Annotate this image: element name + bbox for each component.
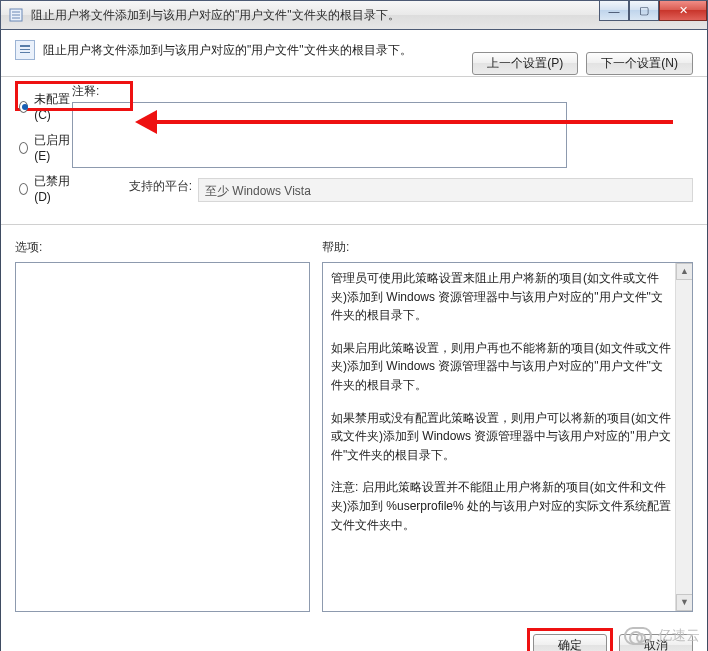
help-panel: 管理员可使用此策略设置来阻止用户将新的项目(如文件或文件夹)添加到 Window…	[322, 262, 693, 612]
previous-setting-button[interactable]: 上一个设置(P)	[472, 52, 578, 75]
titlebar: 阻止用户将文件添加到与该用户对应的"用户文件"文件夹的根目录下。 — ▢ ✕	[0, 0, 708, 30]
comment-area: 注释: 支持的平台: 至少 Windows Vista	[72, 83, 693, 214]
comment-label: 注释:	[72, 83, 99, 100]
help-paragraph: 注意: 启用此策略设置并不能阻止用户将新的项目(如文件和文件夹)添加到 %use…	[331, 478, 674, 534]
help-paragraph: 如果启用此策略设置，则用户再也不能将新的项目(如文件或文件夹)添加到 Windo…	[331, 339, 674, 395]
help-paragraph: 如果禁用或没有配置此策略设置，则用户可以将新的项目(如文件或文件夹)添加到 Wi…	[331, 409, 674, 465]
help-column-label: 帮助:	[322, 239, 693, 256]
page-title: 阻止用户将文件添加到与该用户对应的"用户文件"文件夹的根目录下。	[43, 40, 412, 59]
maximize-button[interactable]: ▢	[629, 1, 659, 21]
radio-disabled[interactable]: 已禁用(D)	[19, 173, 72, 204]
platform-label: 支持的平台:	[128, 178, 198, 202]
policy-page-icon	[15, 40, 35, 60]
window-title: 阻止用户将文件添加到与该用户对应的"用户文件"文件夹的根目录下。	[31, 7, 400, 24]
window-controls: — ▢ ✕	[599, 1, 707, 23]
platform-row: 支持的平台: 至少 Windows Vista	[72, 178, 693, 202]
footer: 确定 取消	[1, 626, 707, 651]
scroll-down-icon[interactable]: ▼	[676, 594, 693, 611]
settings-section: 未配置(C) 已启用(E) 已禁用(D) 注释: 支持的平台: 至少 Windo…	[1, 77, 707, 225]
header-row: 阻止用户将文件添加到与该用户对应的"用户文件"文件夹的根目录下。 上一个设置(P…	[1, 30, 707, 77]
close-button[interactable]: ✕	[659, 1, 707, 21]
radio-indicator	[19, 101, 28, 113]
watermark-text: 亿速云	[658, 627, 700, 645]
ok-button[interactable]: 确定	[533, 634, 607, 651]
watermark-logo-icon	[624, 627, 652, 645]
watermark: 亿速云	[624, 627, 700, 645]
scroll-up-icon[interactable]: ▲	[676, 263, 693, 280]
options-panel	[15, 262, 310, 612]
next-setting-button[interactable]: 下一个设置(N)	[586, 52, 693, 75]
supported-platform-field: 至少 Windows Vista	[198, 178, 693, 202]
help-paragraph: 管理员可使用此策略设置来阻止用户将新的项目(如文件或文件夹)添加到 Window…	[331, 269, 674, 325]
radio-indicator	[19, 142, 28, 154]
body-columns: 选项: 帮助: 管理员可使用此策略设置来阻止用户将新的项目(如文件或文件夹)添加…	[1, 225, 707, 626]
comment-textarea[interactable]	[72, 102, 567, 168]
options-column-label: 选项:	[15, 239, 310, 256]
help-scrollbar[interactable]: ▲ ▼	[675, 263, 692, 611]
state-options: 未配置(C) 已启用(E) 已禁用(D)	[15, 83, 72, 214]
radio-not-configured[interactable]: 未配置(C)	[19, 91, 72, 122]
client-area: 阻止用户将文件添加到与该用户对应的"用户文件"文件夹的根目录下。 上一个设置(P…	[0, 30, 708, 651]
radio-enabled[interactable]: 已启用(E)	[19, 132, 72, 163]
radio-indicator	[19, 183, 28, 195]
minimize-button[interactable]: —	[599, 1, 629, 21]
policy-icon	[9, 7, 25, 23]
